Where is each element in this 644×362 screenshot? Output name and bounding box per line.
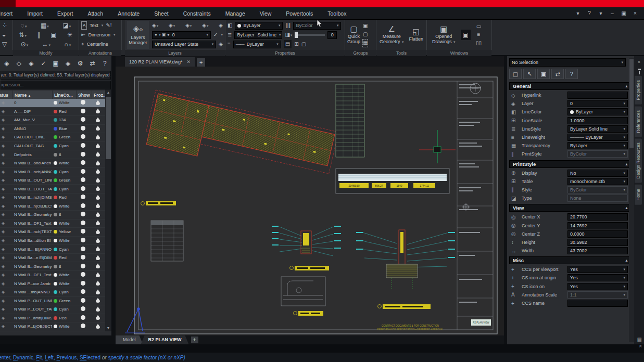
restore-icon[interactable]: ▣: [619, 9, 628, 18]
layer-isolate-icon[interactable]: ◈▾: [152, 22, 158, 29]
layer-color[interactable]: White: [52, 238, 76, 243]
polyline-edit-icon[interactable]: ◌▾: [21, 22, 27, 29]
lineweight-combobox[interactable]: ——ByLayer▾: [233, 41, 281, 48]
property-value[interactable]: 20.7700: [567, 213, 628, 221]
layer-show-toggle[interactable]: [76, 126, 92, 132]
set-current-check-icon[interactable]: ✓: [213, 31, 218, 38]
layer-frozen-toggle[interactable]: [92, 125, 105, 132]
align-icon[interactable]: ∥: [37, 31, 40, 38]
layer-row[interactable]: ◈0White: [0, 99, 105, 108]
menu-export[interactable]: Export: [50, 7, 80, 20]
layer-color[interactable]: Cyan: [52, 247, 76, 252]
layer-show-toggle[interactable]: [76, 160, 92, 166]
layer-row[interactable]: ◈N Wall P...b|OBJECTWhite: [0, 322, 105, 331]
property-value[interactable]: monochrome.ctb▾: [567, 178, 628, 185]
switch-window-icon[interactable]: ▣: [461, 30, 471, 40]
layer-color[interactable]: 8: [52, 212, 76, 217]
layer-show-toggle[interactable]: [76, 152, 92, 158]
explode-icon[interactable]: ☀: [67, 31, 73, 38]
layer-add-icon[interactable]: ◈: [1, 58, 12, 69]
menu-insert[interactable]: Insert: [0, 7, 20, 20]
layer-show-toggle[interactable]: [76, 100, 92, 106]
join-icon[interactable]: ↔▾: [42, 41, 50, 48]
layer-row[interactable]: ◈Defpoints8: [0, 150, 105, 159]
table-cells-icon[interactable]: ▦: [637, 337, 642, 342]
opened-drawings-button[interactable]: ▣ Opened Drawings ▾: [432, 25, 456, 45]
layer-state-icon[interactable]: ▣: [50, 58, 61, 69]
chevron-down-icon[interactable]: ▾: [573, 9, 583, 18]
layer-frozen-toggle[interactable]: [92, 117, 105, 123]
flatten-button[interactable]: ◱ Flatten: [409, 28, 424, 42]
layer-frozen-toggle[interactable]: [92, 324, 105, 330]
layer-frozen-toggle[interactable]: [92, 177, 105, 184]
tile-vertical-icon[interactable]: ▯▯: [476, 40, 482, 47]
text-button[interactable]: Text: [90, 23, 98, 28]
centerline-button[interactable]: Centerline: [87, 42, 108, 47]
layer-color[interactable]: Green: [52, 135, 76, 139]
fields-icon[interactable]: ▢: [301, 41, 306, 48]
layer-color[interactable]: White: [52, 273, 76, 277]
section-header-general[interactable]: General▲: [509, 82, 632, 90]
command-line[interactable]: Center, Dynamic, Fit, Left, Previous, SE…: [0, 353, 644, 362]
close-icon[interactable]: ×: [639, 343, 642, 349]
group-select-icon[interactable]: ▦: [362, 39, 368, 47]
tile-horizontal-icon[interactable]: ≡: [477, 31, 480, 38]
property-value[interactable]: 0▾: [567, 100, 628, 107]
layer-frozen-toggle[interactable]: [92, 238, 105, 244]
layer-row[interactable]: ◈N Wall P...oor JambWhite: [0, 279, 105, 288]
stretch-icon[interactable]: ⇅▾: [19, 31, 27, 38]
scroll-up-arrow[interactable]: ▲: [105, 89, 111, 96]
layer-show-toggle[interactable]: [76, 264, 92, 269]
layers-manager-button[interactable]: ◈⚙ Layers Manager: [127, 21, 149, 49]
pattern-icon[interactable]: ⁘: [2, 22, 7, 29]
property-value[interactable]: Yes▾: [567, 283, 628, 290]
tab-r2-plan-view[interactable]: R2 PLAN VIEW: [141, 335, 189, 344]
layer-frozen-toggle[interactable]: [92, 108, 105, 114]
layer-frozen-toggle[interactable]: [92, 246, 105, 252]
settings-gear-icon[interactable]: ⚙: [74, 58, 86, 69]
layer-row[interactable]: ◈N Wall B... El|ANNOCyan: [0, 245, 105, 254]
document-tab[interactable]: 120 R2 PLAN VIEW.dwg* ✕: [125, 57, 195, 67]
drawing-canvas[interactable]: R2 PLAN VIEW: [116, 67, 504, 335]
cmd-option-left[interactable]: Left: [45, 355, 54, 360]
property-value[interactable]: No▾: [567, 170, 628, 177]
help-icon[interactable]: ?: [565, 69, 578, 79]
layer-show-toggle[interactable]: [76, 134, 92, 140]
layer-color[interactable]: Blue: [52, 126, 76, 131]
layer-row[interactable]: ◈CALLOUT_TAGCyan: [0, 142, 105, 151]
layer-frozen-toggle[interactable]: [92, 134, 105, 140]
layer-row[interactable]: ◈N Wall B...Geometry8: [0, 262, 105, 271]
layer-list-scrollbar[interactable]: ▲ ▼: [105, 89, 111, 331]
layer-toggle-icon[interactable]: ⇄: [87, 58, 98, 69]
cmd-option-previous[interactable]: Previous: [56, 355, 77, 360]
layer-row[interactable]: ◈A-----DIPRed: [0, 108, 105, 117]
transparency-slider[interactable]: [295, 34, 325, 36]
layer-states-icon[interactable]: ◈: [219, 22, 223, 29]
property-value[interactable]: Yes▾: [567, 266, 628, 273]
menu-constraints[interactable]: Constraints: [176, 7, 218, 20]
property-value[interactable]: 14.7692: [567, 222, 628, 229]
layer-color[interactable]: Red: [52, 195, 76, 200]
property-value[interactable]: Yes▾: [567, 274, 628, 281]
tab-model[interactable]: Model: [116, 335, 143, 344]
property-value[interactable]: None: [567, 195, 628, 202]
layer-frozen-toggle[interactable]: [92, 289, 105, 295]
layer-show-toggle[interactable]: [76, 117, 92, 123]
layer-show-toggle[interactable]: [76, 177, 92, 183]
menu-toolbox[interactable]: Toolbox: [320, 7, 353, 20]
slider-handle[interactable]: [295, 32, 298, 38]
layer-row[interactable]: ◈N Wall P...amb|DIMSRed: [0, 314, 105, 323]
layer-row[interactable]: ◈N Wall P...OUT_LINEGreen: [0, 297, 105, 306]
property-value[interactable]: ByLayer Solid line▾: [567, 125, 628, 133]
layer-frozen-toggle[interactable]: [92, 212, 105, 218]
menu-import[interactable]: Import: [20, 7, 50, 20]
layer-row[interactable]: ◈N Wall B...Geometry8: [0, 211, 105, 219]
section-header-printstyle[interactable]: PrintStyle▲: [509, 160, 632, 168]
layer-frozen-toggle[interactable]: [92, 263, 105, 269]
shield-icon[interactable]: ◒: [2, 31, 6, 38]
section-header-view[interactable]: View▲: [509, 204, 632, 212]
layer-frozen-toggle[interactable]: [92, 315, 105, 321]
property-value[interactable]: ByLayer▾: [567, 108, 628, 115]
layer-row[interactable]: ◈N Wall B...DF1_TextWhite: [0, 219, 105, 228]
property-value[interactable]: ——— ByLayer▾: [567, 134, 628, 141]
